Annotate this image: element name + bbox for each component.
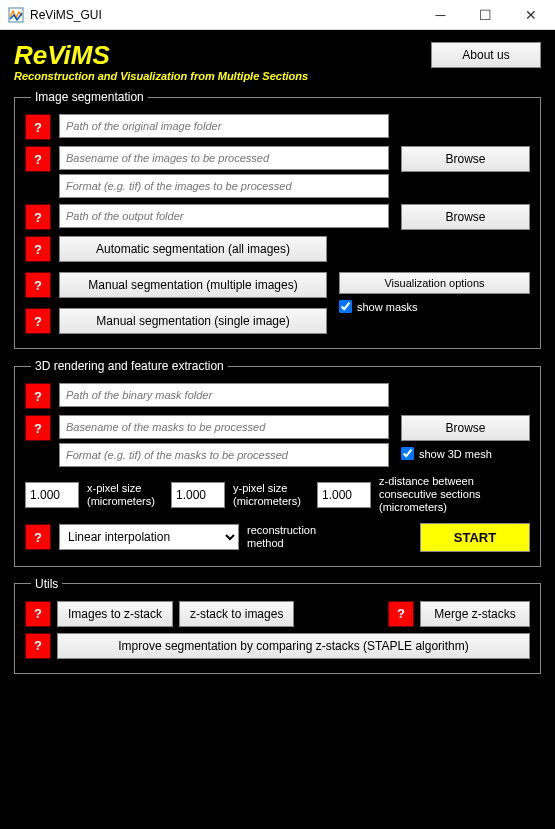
- mask-format-input[interactable]: [59, 443, 389, 467]
- app-subtitle: Reconstruction and Visualization from Mu…: [14, 70, 431, 82]
- manual-multi-button[interactable]: Manual segmentation (multiple images): [59, 272, 327, 298]
- show-3d-input[interactable]: [401, 447, 414, 460]
- help-icon[interactable]: ?: [25, 114, 51, 140]
- seg-legend: Image segmentation: [31, 90, 148, 104]
- help-icon[interactable]: ?: [25, 146, 51, 172]
- merge-zstacks-button[interactable]: Merge z-stacks: [420, 601, 530, 627]
- help-icon[interactable]: ?: [25, 204, 51, 230]
- title-bar: ReViMS_GUI ─ ☐ ✕: [0, 0, 555, 30]
- original-path-input[interactable]: [59, 114, 389, 138]
- y-pixel-input[interactable]: [171, 482, 225, 508]
- help-icon[interactable]: ?: [25, 383, 51, 409]
- start-button[interactable]: START: [420, 523, 530, 552]
- close-button[interactable]: ✕: [508, 1, 553, 29]
- help-icon[interactable]: ?: [25, 524, 51, 550]
- help-icon[interactable]: ?: [25, 236, 51, 262]
- mask-path-input[interactable]: [59, 383, 389, 407]
- show-masks-input[interactable]: [339, 300, 352, 313]
- output-path-input[interactable]: [59, 204, 389, 228]
- help-icon[interactable]: ?: [25, 308, 51, 334]
- manual-single-button[interactable]: Manual segmentation (single image): [59, 308, 327, 334]
- improve-segmentation-button[interactable]: Improve segmentation by comparing z-stac…: [57, 633, 530, 659]
- window-title: ReViMS_GUI: [30, 8, 418, 22]
- utils-legend: Utils: [31, 577, 62, 591]
- z-dist-label: z-distance between consecutive sections …: [379, 475, 489, 515]
- y-pixel-label: y-pixel size (micrometers): [233, 482, 309, 508]
- help-icon[interactable]: ?: [25, 415, 51, 441]
- help-icon[interactable]: ?: [25, 633, 51, 659]
- app-icon: [8, 7, 24, 23]
- help-icon[interactable]: ?: [388, 601, 414, 627]
- browse-button[interactable]: Browse: [401, 415, 530, 441]
- x-pixel-input[interactable]: [25, 482, 79, 508]
- basename-input[interactable]: [59, 146, 389, 170]
- help-icon[interactable]: ?: [25, 272, 51, 298]
- minimize-button[interactable]: ─: [418, 1, 463, 29]
- mask-basename-input[interactable]: [59, 415, 389, 439]
- show-masks-checkbox[interactable]: show masks: [339, 300, 530, 313]
- utils-group: Utils ? Images to z-stack z-stack to ima…: [14, 577, 541, 674]
- render-legend: 3D rendering and feature extraction: [31, 359, 228, 373]
- help-icon[interactable]: ?: [25, 601, 51, 627]
- browse-button[interactable]: Browse: [401, 146, 530, 172]
- recon-method-label: reconstruction method: [247, 524, 327, 550]
- maximize-button[interactable]: ☐: [463, 1, 508, 29]
- x-pixel-label: x-pixel size (micrometers): [87, 482, 163, 508]
- images-to-zstack-button[interactable]: Images to z-stack: [57, 601, 173, 627]
- z-dist-input[interactable]: [317, 482, 371, 508]
- interpolation-select[interactable]: Linear interpolation: [59, 524, 239, 550]
- show-3d-checkbox[interactable]: show 3D mesh: [401, 447, 530, 460]
- format-input[interactable]: [59, 174, 389, 198]
- browse-button[interactable]: Browse: [401, 204, 530, 230]
- visualization-options-button[interactable]: Visualization options: [339, 272, 530, 294]
- rendering-group: 3D rendering and feature extraction ? ? …: [14, 359, 541, 567]
- auto-segmentation-button[interactable]: Automatic segmentation (all images): [59, 236, 327, 262]
- image-segmentation-group: Image segmentation ? ? Browse ? Browse: [14, 90, 541, 349]
- about-button[interactable]: About us: [431, 42, 541, 68]
- app-title: ReViMS: [14, 42, 431, 68]
- zstack-to-images-button[interactable]: z-stack to images: [179, 601, 294, 627]
